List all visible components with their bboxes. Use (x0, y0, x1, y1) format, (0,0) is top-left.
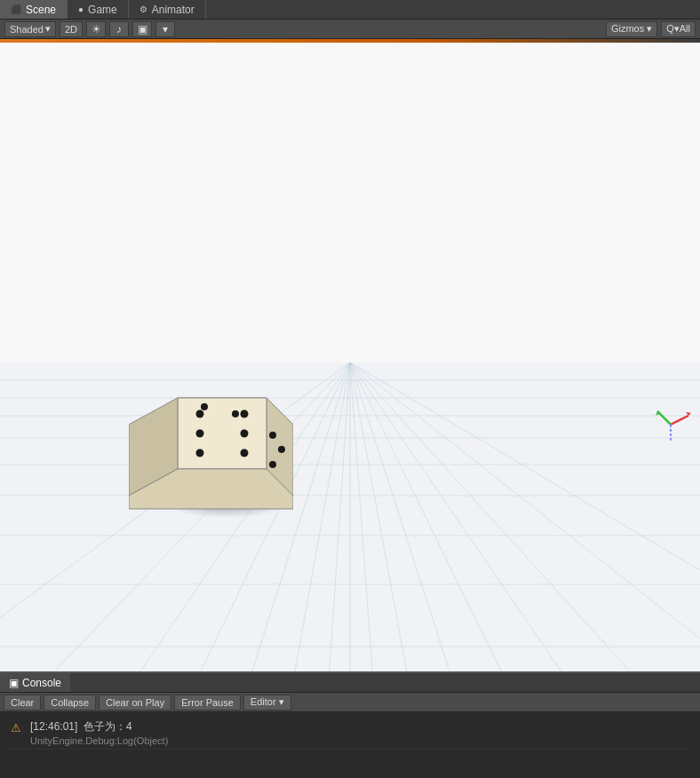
svg-point-40 (241, 449, 249, 457)
scene-viewport[interactable] (0, 43, 700, 680)
audio-icon-btn[interactable]: ♪ (109, 21, 129, 37)
animator-tab-icon: ⚙ (139, 4, 147, 14)
audio-icon: ♪ (116, 23, 122, 36)
dice-object (129, 380, 293, 522)
console-tab-label: Console (22, 677, 61, 689)
shading-label: Shaded (10, 24, 44, 35)
svg-point-42 (278, 446, 285, 453)
scene-tab-icon: ⬛ (11, 4, 21, 14)
svg-point-35 (196, 410, 204, 418)
console-tab[interactable]: ▣ Console (0, 673, 70, 692)
svg-point-38 (241, 410, 249, 418)
sun-icon: ☀ (91, 23, 101, 36)
toolbar-right: Gizmos ▾ Q▾All (606, 21, 696, 37)
svg-point-37 (196, 449, 204, 457)
tab-bar: ⬛ Scene ● Game ⚙ Animator (0, 0, 700, 20)
screen-icon: ▣ (138, 23, 147, 36)
2d-toggle[interactable]: 2D (60, 21, 83, 37)
log-entry[interactable]: ⚠ [12:46:01] 色子为：4 UnityEngine.Debug:Log… (7, 717, 693, 750)
svg-point-43 (269, 461, 276, 468)
console-tab-icon: ▣ (9, 677, 19, 689)
svg-point-41 (269, 432, 276, 439)
clear-on-play-button[interactable]: Clear on Play (99, 695, 171, 711)
collapse-button[interactable]: Collapse (44, 695, 96, 711)
svg-marker-30 (178, 398, 266, 469)
log-warning-icon: ⚠ (9, 720, 23, 734)
svg-point-39 (241, 430, 249, 438)
scene-toolbar: Shaded ▾ 2D ☀ ♪ ▣ ▾ Gizmos ▾ Q▾All (0, 20, 700, 39)
svg-marker-45 (686, 412, 691, 416)
log-message1: 色子为：4 (84, 720, 132, 733)
gizmos-btn[interactable]: Gizmos ▾ (606, 21, 657, 37)
error-pause-button[interactable]: Error Pause (174, 695, 241, 711)
tab-scene[interactable]: ⬛ Scene (0, 0, 68, 19)
svg-point-33 (201, 403, 208, 410)
animator-tab-label: Animator (152, 4, 195, 16)
log-timestamp: [12:46:01] (30, 720, 77, 733)
extra-dropdown-btn[interactable]: ▾ (155, 21, 175, 37)
log-line2: UnityEngine.Debug:Log(Object) (30, 735, 168, 746)
editor-dropdown-label: Editor ▾ (251, 696, 284, 708)
svg-line-44 (671, 416, 688, 425)
game-tab-icon: ● (78, 4, 84, 14)
scene-grid (0, 43, 700, 680)
svg-point-34 (232, 410, 239, 417)
layers-label: Q▾All (666, 23, 690, 35)
shading-dropdown[interactable]: Shaded ▾ (4, 21, 56, 37)
clear-button[interactable]: Clear (4, 695, 41, 711)
console-panel: ▣ Console Clear Collapse Clear on Play E… (0, 671, 700, 778)
tab-animator[interactable]: ⚙ Animator (129, 0, 206, 19)
layers-btn[interactable]: Q▾All (661, 21, 696, 37)
sun-icon-btn[interactable]: ☀ (86, 21, 106, 37)
log-text: [12:46:01] 色子为：4 UnityEngine.Debug:Log(O… (30, 719, 168, 746)
gizmos-label: Gizmos ▾ (611, 23, 652, 35)
console-toolbar: Clear Collapse Clear on Play Error Pause… (0, 693, 700, 712)
screen-icon-btn[interactable]: ▣ (132, 21, 152, 37)
2d-label: 2D (65, 24, 77, 35)
svg-point-36 (196, 430, 204, 438)
extra-dropdown-icon: ▾ (163, 23, 168, 36)
clear-on-play-label: Clear on Play (106, 697, 164, 708)
scene-gizmo (648, 398, 693, 447)
editor-dropdown-button[interactable]: Editor ▾ (243, 695, 291, 711)
svg-rect-1 (0, 43, 700, 362)
error-pause-label: Error Pause (181, 697, 234, 708)
game-tab-label: Game (88, 4, 117, 16)
log-line1: [12:46:01] 色子为：4 (30, 719, 168, 734)
tab-game[interactable]: ● Game (68, 0, 129, 19)
console-tab-bar: ▣ Console (0, 673, 700, 693)
scene-tab-label: Scene (26, 4, 56, 16)
shading-arrow: ▾ (45, 23, 51, 35)
clear-label: Clear (11, 697, 34, 708)
console-content[interactable]: ⚠ [12:46:01] 色子为：4 UnityEngine.Debug:Log… (0, 712, 700, 778)
collapse-label: Collapse (51, 697, 89, 708)
